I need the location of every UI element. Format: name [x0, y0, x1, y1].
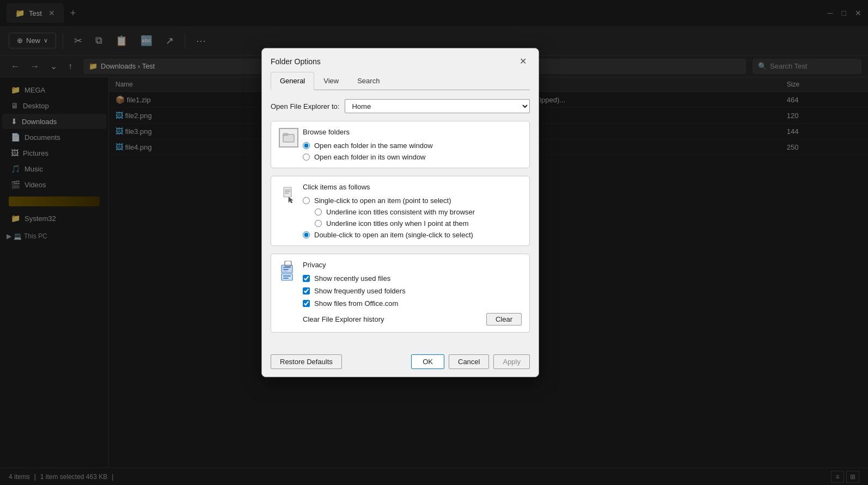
privacy-checkbox-group: Show recently used files Show frequently… [303, 274, 522, 308]
browse-radio-same[interactable] [303, 142, 310, 149]
svg-rect-2 [284, 187, 291, 197]
privacy-show-recent[interactable]: Show recently used files [303, 274, 522, 283]
browse-folders-radio-group: Open each folder in the same window Open… [303, 142, 522, 161]
privacy-content: Privacy Show recently used files Show fr… [279, 261, 522, 326]
browse-folders-section: Browse folders Open each folder in the s… [271, 121, 530, 168]
dialog-body: Open File Explorer to: Home Browse folde… [262, 90, 539, 349]
click-items-radio-group: Single-click to open an item (point to s… [303, 197, 522, 239]
click-radio-double[interactable] [303, 231, 310, 238]
cancel-button[interactable]: Cancel [449, 354, 489, 369]
browse-folders-options: Browse folders Open each folder in the s… [303, 128, 522, 161]
apply-button[interactable]: Apply [493, 354, 530, 369]
svg-rect-1 [283, 133, 288, 136]
svg-rect-7 [283, 267, 291, 268]
privacy-icon [279, 261, 298, 285]
footer-buttons: OK Cancel Apply [411, 354, 530, 369]
privacy-title: Privacy [303, 261, 522, 269]
browse-option2-label: Open each folder in its own window [314, 153, 426, 161]
tab-search[interactable]: Search [348, 72, 389, 89]
tab-view[interactable]: View [314, 72, 348, 89]
open-fe-select[interactable]: Home [345, 99, 530, 113]
svg-rect-12 [283, 275, 291, 277]
show-office-label: Show files from Office.com [314, 299, 398, 308]
browse-radio-own[interactable] [303, 154, 310, 161]
tab-general[interactable]: General [271, 72, 314, 90]
open-fe-label: Open File Explorer to: [271, 102, 339, 110]
click-radio-underline-point[interactable] [315, 220, 322, 227]
open-file-explorer-row: Open File Explorer to: Home [271, 99, 530, 113]
click-items-options: Click items as follows Single-click to o… [303, 183, 522, 239]
click-items-icon [279, 183, 298, 207]
folder-options-dialog: Folder Options ✕ General View Search Ope… [261, 48, 539, 377]
show-frequent-checkbox[interactable] [303, 287, 310, 294]
click-option-underline-browser-label: Underline icon titles consistent with my… [326, 208, 475, 216]
click-option-double-label: Double-click to open an item (single-cli… [314, 231, 473, 239]
privacy-options: Privacy Show recently used files Show fr… [303, 261, 522, 326]
show-office-checkbox[interactable] [303, 300, 310, 307]
privacy-section: Privacy Show recently used files Show fr… [271, 254, 530, 333]
dialog-title-bar: Folder Options ✕ [262, 48, 539, 67]
click-radio-single[interactable] [303, 197, 310, 204]
show-recent-label: Show recently used files [314, 274, 390, 283]
restore-defaults-area: Restore Defaults [271, 354, 342, 369]
dialog-close-btn[interactable]: ✕ [516, 55, 530, 67]
browse-option-own-window[interactable]: Open each folder in its own window [303, 153, 522, 161]
privacy-show-frequent[interactable]: Show frequently used folders [303, 287, 522, 295]
privacy-clear-row: Clear File Explorer history Clear [303, 313, 522, 326]
browse-folders-title: Browse folders [303, 128, 522, 136]
click-option-underline-point-label: Underline icon titles only when I point … [326, 219, 469, 228]
click-option-underline-browser[interactable]: Underline icon titles consistent with my… [303, 208, 522, 216]
dialog-title: Folder Options [271, 57, 321, 66]
click-option-single-label: Single-click to open an item (point to s… [314, 197, 451, 205]
restore-defaults-button[interactable]: Restore Defaults [271, 354, 342, 369]
browse-option-same-window[interactable]: Open each folder in the same window [303, 142, 522, 150]
browse-option1-label: Open each folder in the same window [314, 142, 433, 150]
ok-button[interactable]: OK [411, 354, 444, 369]
browse-folders-icon [279, 128, 298, 148]
click-items-section: Click items as follows Single-click to o… [271, 176, 530, 246]
svg-rect-13 [283, 278, 289, 279]
privacy-show-office[interactable]: Show files from Office.com [303, 299, 522, 308]
click-items-title: Click items as follows [303, 183, 522, 191]
show-recent-checkbox[interactable] [303, 275, 310, 282]
click-option-single[interactable]: Single-click to open an item (point to s… [303, 197, 522, 205]
click-option-double[interactable]: Double-click to open an item (single-cli… [303, 231, 522, 239]
click-option-underline-point[interactable]: Underline icon titles only when I point … [303, 219, 522, 228]
dialog-footer: Restore Defaults OK Cancel Apply [262, 349, 539, 377]
click-radio-underline-browser[interactable] [315, 208, 322, 216]
svg-rect-10 [283, 271, 288, 272]
dialog-tabs: General View Search [271, 72, 530, 90]
show-frequent-label: Show frequently used folders [314, 287, 406, 295]
browse-folders-content: Browse folders Open each folder in the s… [279, 128, 522, 161]
arrow-annotation [261, 351, 264, 373]
svg-rect-8 [283, 269, 289, 270]
clear-button[interactable]: Clear [486, 313, 522, 326]
clear-history-label: Clear File Explorer history [303, 315, 384, 323]
click-items-content: Click items as follows Single-click to o… [279, 183, 522, 239]
svg-rect-11 [282, 274, 292, 280]
